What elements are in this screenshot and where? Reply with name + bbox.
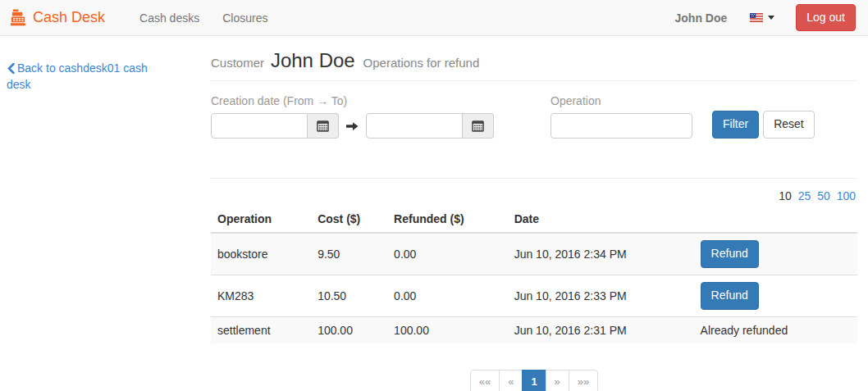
- refund-button[interactable]: Refund: [701, 282, 759, 310]
- caret-down-icon: [768, 16, 774, 20]
- cell-operation: bookstore: [211, 233, 311, 275]
- cell-date: Jun 10, 2016 2:34 PM: [508, 233, 694, 275]
- operation-input[interactable]: [550, 113, 692, 139]
- table-header-row: Operation Cost ($) Refunded ($) Date: [211, 206, 857, 233]
- date-to-calendar-button[interactable]: [463, 113, 494, 139]
- column-operation: Operation: [211, 206, 311, 233]
- cell-cost: 100.00: [311, 316, 387, 343]
- column-date: Date: [508, 206, 694, 233]
- cell-cost: 10.50: [311, 275, 387, 316]
- customer-name: John Doe: [271, 49, 355, 71]
- cell-refunded: 100.00: [387, 316, 508, 343]
- column-actions: [694, 206, 857, 233]
- main-content: Customer John Doe Operations for refund …: [211, 36, 857, 391]
- calendar-icon: [317, 120, 329, 132]
- cell-operation: settlement: [211, 316, 311, 343]
- pagination-last[interactable]: »»: [569, 370, 598, 391]
- filter-form: Creation date (From → To): [211, 94, 857, 139]
- nav-item-cash-desks[interactable]: Cash desks: [128, 11, 211, 25]
- page-size-selector: 10 25 50 100: [211, 189, 856, 202]
- date-range-label: Creation date (From → To): [211, 94, 494, 107]
- page-size-current: 10: [779, 189, 792, 202]
- page-size-option-50[interactable]: 50: [817, 189, 830, 202]
- pagination: «« « 1 » »»: [211, 370, 857, 391]
- date-range-group: Creation date (From → To): [211, 94, 494, 139]
- pagination-prev[interactable]: «: [499, 370, 523, 391]
- refund-button[interactable]: Refund: [701, 240, 759, 268]
- page-size-option-100[interactable]: 100: [837, 189, 856, 202]
- reset-button[interactable]: Reset: [763, 111, 815, 139]
- nav-item-closures[interactable]: Closures: [211, 11, 279, 25]
- sidebar: Back to cashdesk01 cash desk: [7, 36, 148, 391]
- table-row: settlement 100.00 100.00 Jun 10, 2016 2:…: [211, 316, 857, 343]
- user-name: John Doe: [675, 11, 728, 25]
- navbar-right: John Doe Log: [675, 4, 857, 32]
- calendar-icon: [472, 120, 484, 132]
- customer-label: Customer: [211, 56, 264, 70]
- language-dropdown[interactable]: [750, 13, 774, 22]
- pagination-next[interactable]: »: [546, 370, 569, 391]
- cell-date: Jun 10, 2016 2:33 PM: [508, 275, 694, 316]
- cell-date: Jun 10, 2016 2:31 PM: [508, 316, 694, 343]
- cell-cost: 9.50: [311, 233, 387, 275]
- table-row: KM283 10.50 0.00 Jun 10, 2016 2:33 PM Re…: [211, 275, 857, 316]
- table-row: bookstore 9.50 0.00 Jun 10, 2016 2:34 PM…: [211, 233, 857, 275]
- page-subtitle: Operations for refund: [363, 56, 480, 70]
- page-body: Back to cashdesk01 cash desk Customer Jo…: [0, 36, 868, 391]
- navbar: Cash Desk Cash desks Closures John Doe: [0, 0, 868, 36]
- arrow-right-icon: [346, 121, 359, 131]
- chevron-left-icon: [7, 63, 16, 74]
- date-from-calendar-button[interactable]: [308, 113, 339, 139]
- already-refunded-label: Already refunded: [694, 316, 857, 343]
- brand-link[interactable]: Cash Desk: [10, 9, 105, 26]
- us-flag-icon: [750, 13, 763, 22]
- cash-register-icon: [10, 9, 27, 26]
- date-from-input[interactable]: [211, 113, 308, 139]
- page-size-option-25[interactable]: 25: [798, 189, 811, 202]
- page-title: Customer John Doe Operations for refund: [211, 49, 857, 81]
- column-cost: Cost ($): [311, 206, 387, 233]
- cell-refunded: 0.00: [387, 275, 508, 316]
- brand-label: Cash Desk: [33, 9, 105, 26]
- cell-operation: KM283: [211, 275, 311, 316]
- pagination-page-1[interactable]: 1: [522, 370, 546, 391]
- filter-button[interactable]: Filter: [712, 111, 759, 139]
- operation-group: Operation: [550, 94, 692, 139]
- back-to-cashdesk-link[interactable]: Back to cashdesk01 cash desk: [7, 61, 148, 91]
- date-to-input[interactable]: [366, 113, 463, 139]
- column-refunded: Refunded ($): [387, 206, 508, 233]
- logout-button[interactable]: Log out: [796, 4, 856, 32]
- back-link-label: Back to cashdesk01 cash desk: [7, 61, 148, 91]
- operation-label: Operation: [550, 94, 692, 107]
- operations-table: Operation Cost ($) Refunded ($) Date boo…: [211, 206, 857, 343]
- pagination-first[interactable]: ««: [470, 370, 500, 391]
- cell-refunded: 0.00: [387, 233, 508, 275]
- filter-divider: [211, 178, 857, 179]
